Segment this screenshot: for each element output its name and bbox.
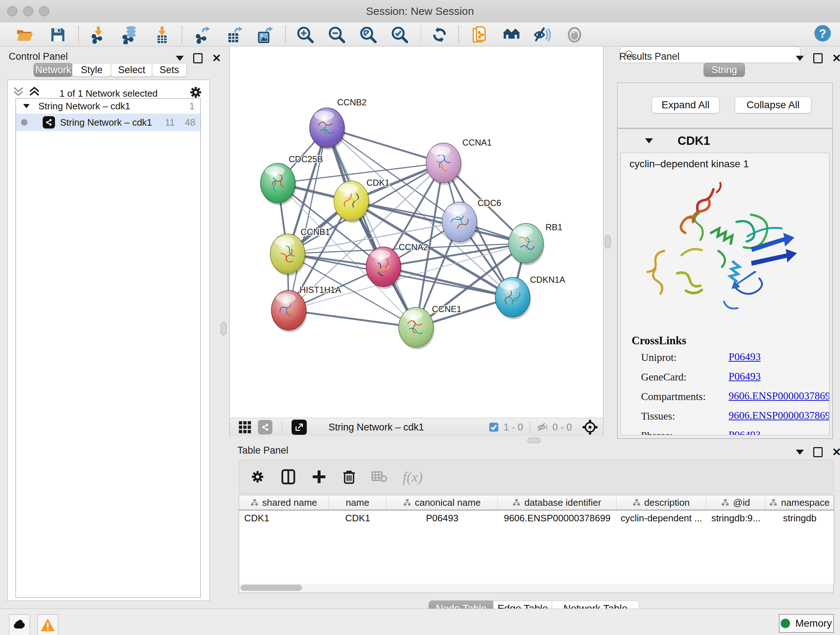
zoom-in-icon[interactable]: [296, 25, 315, 44]
network-edge[interactable]: [289, 310, 416, 327]
selection-status: 1 of 1 Network selected: [8, 88, 210, 99]
zoom-fit-icon[interactable]: [359, 25, 378, 44]
network-row[interactable]: String Network – cdk1 11 48: [16, 114, 201, 131]
network-node-cdkn1a[interactable]: CDKN1A: [495, 275, 565, 319]
application-window: Session: New Session: [0, 0, 840, 635]
export-table-icon[interactable]: [225, 25, 244, 44]
section-collapse-icon[interactable]: [645, 138, 653, 143]
table-cell[interactable]: CDK1: [329, 510, 386, 526]
panel-close-icon[interactable]: ✕: [832, 55, 840, 62]
string-document-icon[interactable]: [471, 25, 490, 44]
tab-style[interactable]: Style: [72, 63, 111, 77]
import-network-file-icon[interactable]: [89, 25, 108, 44]
results-panel-chrome: ✕: [796, 53, 840, 63]
network-node-ccnb2[interactable]: CCNB2: [309, 97, 366, 150]
collection-label: String Network – cdk1: [38, 101, 130, 112]
panel-close-icon[interactable]: ✕: [212, 55, 221, 62]
network-node-cdc6[interactable]: CDC6: [442, 198, 501, 244]
column-header-databaseidentifier[interactable]: database identifier: [498, 495, 616, 510]
network-node-hist1h1a[interactable]: HIST1H1A: [271, 285, 341, 333]
table-options-gear-icon[interactable]: [250, 469, 265, 485]
network-node-cdc25b[interactable]: CDC25B: [261, 154, 323, 205]
results-panel-title: Results Panel: [619, 51, 680, 62]
warnings-button[interactable]: [37, 614, 58, 635]
column-header-description[interactable]: description: [616, 495, 706, 510]
warning-icon: [40, 618, 55, 632]
panel-float-icon[interactable]: [813, 53, 823, 63]
vertical-splitter-handle[interactable]: [605, 235, 611, 249]
table-cell[interactable]: cyclin-dependent ...: [616, 510, 706, 526]
table-cell[interactable]: P06493: [386, 510, 498, 526]
network-overview-icon[interactable]: [258, 420, 272, 434]
column-header-name[interactable]: name: [329, 495, 386, 510]
tissues-link[interactable]: 9606.ENSP00000378699: [729, 409, 829, 421]
collapse-all-button[interactable]: Collapse All: [735, 97, 812, 113]
network-edge[interactable]: [327, 128, 416, 327]
column-header-id[interactable]: @id: [706, 495, 766, 510]
grid-view-icon[interactable]: [238, 420, 252, 434]
network-collection-row[interactable]: String Network – cdk1 1: [16, 98, 201, 114]
show-columns-icon[interactable]: [280, 469, 296, 485]
network-node-cdk1[interactable]: CDK1: [334, 178, 390, 223]
create-column-plus-icon[interactable]: [311, 469, 327, 485]
network-node-ccne1[interactable]: CCNE1: [399, 304, 461, 349]
collapse-arrow-icon[interactable]: [23, 104, 30, 108]
uniprot-link[interactable]: P06493: [729, 351, 761, 363]
cloud-button[interactable]: [9, 614, 30, 635]
table-hscrollbar[interactable]: [239, 584, 834, 593]
selected-checkbox-icon[interactable]: [488, 422, 499, 432]
open-session-icon[interactable]: [15, 25, 34, 44]
column-header-namespace[interactable]: namespace: [766, 495, 834, 510]
table-cell[interactable]: stringdb: [766, 510, 834, 526]
column-type-icon: [769, 499, 777, 507]
delete-column-trash-icon[interactable]: [342, 469, 356, 485]
import-table-file-icon[interactable]: [153, 25, 172, 44]
network-canvas[interactable]: CCNB2CCNA1CDC25BCDK1CDC6RB1CCNB1CCNA2CDK…: [230, 46, 603, 418]
homes-icon[interactable]: [502, 25, 521, 44]
vertical-splitter-handle[interactable]: [221, 322, 226, 335]
tab-sets[interactable]: Sets: [152, 63, 187, 77]
import-network-database-icon[interactable]: [120, 25, 139, 44]
tab-network[interactable]: Network: [34, 63, 73, 77]
memory-status-dot-icon: [781, 619, 790, 628]
column-header-sharedname[interactable]: shared name: [239, 495, 329, 510]
save-session-icon[interactable]: [49, 25, 67, 44]
hidden-eye-icon[interactable]: [537, 421, 549, 433]
expand-all-button[interactable]: Expand All: [652, 97, 720, 113]
export-image-icon[interactable]: [256, 25, 274, 44]
panel-menu-icon[interactable]: [796, 56, 804, 61]
table-cell[interactable]: stringdb:9...: [706, 510, 766, 526]
protein-section-header[interactable]: CDK1: [617, 129, 832, 153]
table-cell[interactable]: CDK1: [239, 510, 329, 526]
show-eye-icon[interactable]: [565, 25, 584, 44]
node-label: RB1: [546, 222, 562, 232]
panel-menu-icon[interactable]: [176, 56, 184, 61]
export-network-icon[interactable]: [193, 25, 212, 44]
tab-select[interactable]: Select: [111, 63, 153, 77]
refresh-view-icon[interactable]: [430, 25, 449, 44]
panel-close-icon[interactable]: ✕: [832, 448, 840, 456]
node-count: 11: [165, 117, 175, 128]
network-node-rb1[interactable]: RB1: [508, 222, 562, 265]
network-options-gear-icon[interactable]: [188, 85, 203, 100]
table-cell[interactable]: 9606.ENSP00000378699: [498, 510, 616, 526]
tab-string-results[interactable]: String: [704, 63, 745, 77]
genecard-link[interactable]: P06493: [729, 371, 761, 382]
open-in-window-icon[interactable]: [292, 420, 307, 435]
zoom-out-icon[interactable]: [327, 25, 346, 44]
panel-menu-icon[interactable]: [796, 450, 804, 455]
panel-float-icon[interactable]: [193, 53, 202, 63]
zoom-selected-icon[interactable]: [390, 25, 409, 44]
table-row[interactable]: CDK1CDK1P064939606.ENSP00000378699cyclin…: [239, 510, 834, 526]
pharos-link[interactable]: P06493: [729, 429, 761, 435]
network-edge[interactable]: [384, 267, 513, 297]
scrollbar-thumb[interactable]: [240, 585, 302, 591]
compartments-link[interactable]: 9606.ENSP00000378699: [729, 390, 829, 402]
birdseye-toggle-icon[interactable]: [582, 419, 598, 435]
column-header-canonicalname[interactable]: canonical name: [386, 495, 498, 510]
memory-button[interactable]: Memory: [779, 614, 834, 633]
panel-float-icon[interactable]: [813, 447, 823, 457]
help-icon[interactable]: ?: [813, 24, 832, 43]
hide-eye-icon[interactable]: [533, 25, 552, 44]
network-node-ccnb1[interactable]: CCNB1: [270, 227, 330, 276]
